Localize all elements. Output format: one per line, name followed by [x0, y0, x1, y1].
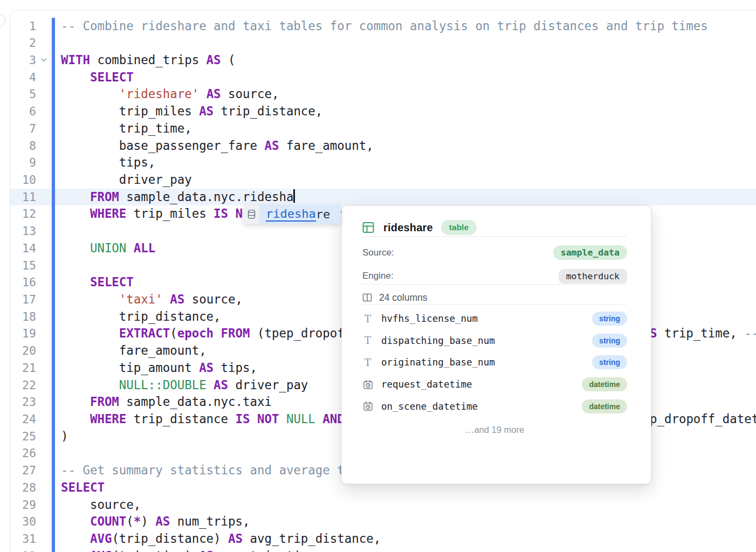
line-number: 1: [10, 18, 36, 35]
columns-count-row: 24 columns: [362, 291, 627, 304]
line-number: 29: [10, 496, 36, 514]
code-line-text: UNION ALL: [61, 240, 155, 257]
line-number: 31: [10, 530, 36, 548]
column-type-badge: datetime: [582, 399, 627, 413]
source-row: Source: sample_data: [362, 244, 627, 261]
code-line[interactable]: 30 COUNT(*) AS num_trips,: [10, 513, 756, 530]
engine-row: Engine: motherduck: [362, 268, 627, 284]
column-row: on_scene_datetime datetime: [362, 395, 627, 417]
column-type-badge: string: [592, 312, 627, 326]
line-number: 6: [10, 103, 36, 120]
code-line-text: source,: [61, 496, 141, 514]
column-name: request_datetime: [381, 379, 582, 390]
line-number: 20: [10, 342, 36, 360]
autocomplete-rest-text: re: [316, 208, 331, 221]
code-line-text: trip_distance,: [61, 308, 221, 326]
code-line[interactable]: 4 SELECT: [10, 69, 756, 86]
code-line-text: SELECT: [61, 479, 105, 496]
code-line-text: ): [61, 428, 68, 445]
line-number: 24: [10, 411, 36, 428]
source-label: Source:: [362, 247, 394, 258]
code-line-text: AVG(trip_distance) AS avg_trip_distance,: [61, 530, 381, 548]
code-line-text: trip_miles AS trip_distance,: [61, 103, 322, 120]
line-number: 13: [10, 223, 36, 240]
engine-label: Engine:: [362, 271, 394, 281]
code-line[interactable]: 5 'rideshare' AS source,: [10, 86, 756, 103]
column-row: T dispatching_base_num string: [362, 330, 627, 352]
code-line[interactable]: 7 trip_time,: [10, 120, 756, 137]
line-number: 28: [10, 479, 36, 496]
line-number: 12: [10, 205, 36, 223]
autocomplete-popup: rideshare: [243, 205, 341, 224]
code-line-text: COUNT(*) AS num_trips,: [61, 513, 250, 530]
code-line[interactable]: 29 source,: [10, 496, 756, 514]
code-line[interactable]: 3 WITH combined_trips AS (: [10, 52, 756, 69]
line-number: 4: [10, 69, 36, 86]
calendar-clock-icon: [363, 380, 373, 390]
engine-value-badge: motherduck: [559, 269, 627, 284]
column-name: dispatching_base_num: [381, 335, 592, 346]
column-row: T hvfhs_license_num string: [362, 308, 627, 330]
code-line-text: base_passenger_fare AS fare_amount,: [61, 137, 374, 155]
chevron-down-icon[interactable]: [40, 56, 47, 64]
autocomplete-match-text: ridesha: [266, 207, 316, 222]
line-number: 23: [10, 394, 36, 411]
code-line-text: tip_amount AS tips,: [61, 360, 257, 377]
calendar-clock-icon: [363, 401, 373, 411]
divider: [362, 284, 627, 285]
popover-header: rideshare table: [362, 219, 627, 236]
line-number: 26: [10, 445, 36, 462]
code-line[interactable]: 1-- Combine rideshare and taxi tables fo…: [10, 18, 756, 35]
line-number: 16: [10, 274, 36, 291]
line-number: 15: [10, 257, 36, 274]
table-icon: [362, 222, 374, 233]
code-line-text: driver_pay: [61, 171, 192, 189]
code-line-text: NULL::DOUBLE AS driver_pay: [61, 377, 308, 394]
column-type-icon-slot: T: [362, 335, 373, 346]
code-line-text: trip_time,: [61, 120, 192, 137]
edge-handle-button[interactable]: [0, 14, 5, 27]
column-name: hvfhs_license_num: [381, 313, 592, 324]
column-row: request_datetime datetime: [362, 374, 627, 396]
line-number: 11: [10, 189, 36, 206]
column-type-badge: string: [592, 334, 627, 348]
text-type-icon: T: [365, 313, 371, 325]
column-row: T originating_base_num string: [362, 351, 627, 374]
code-line-text: AVG(trip_time) AS avg_trip_time,: [61, 548, 322, 552]
line-number: 5: [10, 86, 36, 103]
column-name: on_scene_datetime: [381, 401, 582, 412]
line-number: 18: [10, 308, 36, 326]
line-number: 30: [10, 513, 36, 530]
column-type-icon-slot: T: [362, 357, 373, 368]
more-columns-note: …and 19 more: [362, 425, 627, 435]
autocomplete-item[interactable]: rideshare: [259, 205, 341, 224]
table-title: rideshare: [383, 222, 433, 234]
columns-icon: [362, 293, 372, 302]
code-line-text: tips,: [61, 154, 155, 171]
line-number: 27: [10, 462, 36, 479]
code-line[interactable]: 9 tips,: [10, 154, 756, 171]
column-type-icon-slot: T: [362, 313, 373, 325]
code-line[interactable]: 6 trip_miles AS trip_distance,: [10, 103, 756, 120]
code-line[interactable]: 2: [10, 34, 756, 52]
code-line[interactable]: 8 base_passenger_fare AS fare_amount,: [10, 137, 756, 155]
code-line-text: 'taxi' AS source,: [61, 291, 243, 308]
line-number: 21: [10, 360, 36, 377]
column-type-icon-slot: [362, 401, 373, 411]
code-line-text: FROM sample_data.nyc.taxi: [61, 394, 272, 411]
divider: [362, 304, 627, 305]
code-line[interactable]: 10 driver_pay: [10, 171, 756, 189]
column-type-badge: datetime: [582, 377, 627, 391]
code-line-text: SELECT: [61, 274, 134, 291]
line-number: 8: [10, 137, 36, 155]
column-name: originating_base_num: [381, 357, 592, 368]
code-line[interactable]: 31 AVG(trip_distance) AS avg_trip_distan…: [10, 530, 756, 548]
column-type-icon-slot: [362, 380, 373, 390]
column-type-badge: string: [592, 355, 627, 369]
text-type-icon: T: [365, 357, 371, 368]
code-line[interactable]: 32 AVG(trip_time) AS avg_trip_time,: [10, 548, 756, 552]
sql-editor-screen: 1-- Combine rideshare and taxi tables fo…: [0, 0, 756, 552]
line-number: 25: [10, 428, 36, 445]
code-line[interactable]: 11 FROM sample_data.nyc.ridesha: [10, 189, 756, 206]
code-line-text: -- Combine rideshare and taxi tables for…: [61, 18, 708, 35]
